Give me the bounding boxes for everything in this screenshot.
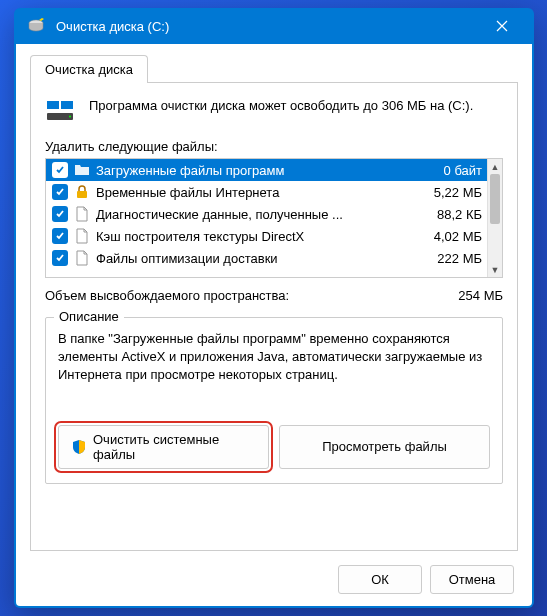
- file-size: 5,22 МБ: [422, 185, 482, 200]
- file-row[interactable]: Файлы оптимизации доставки222 МБ: [46, 247, 502, 269]
- description-text: В папке "Загруженные файлы программ" вре…: [58, 330, 490, 385]
- titlebar: Очистка диска (C:): [14, 8, 534, 44]
- checkbox[interactable]: [52, 162, 68, 178]
- shield-icon: [71, 439, 87, 455]
- description-title: Описание: [54, 309, 124, 324]
- svg-rect-2: [61, 101, 73, 109]
- dialog-content: Очистка диска Программа очистки диска мо…: [16, 44, 532, 606]
- svg-rect-1: [47, 101, 59, 109]
- svg-point-4: [69, 116, 71, 118]
- file-list: Загруженные файлы программ0 байтВременны…: [45, 158, 503, 278]
- tab-row: Очистка диска: [30, 54, 518, 83]
- file-row[interactable]: Временные файлы Интернета5,22 МБ: [46, 181, 502, 203]
- checkbox[interactable]: [52, 206, 68, 222]
- disk-cleanup-icon: [26, 16, 46, 36]
- description-buttons: Очистить системные файлы Просмотреть фай…: [58, 425, 490, 469]
- window-title: Очистка диска (C:): [56, 19, 482, 34]
- file-name: Временные файлы Интернета: [96, 185, 414, 200]
- file-name: Диагностические данные, полученные ...: [96, 207, 414, 222]
- scroll-up-icon[interactable]: ▲: [488, 159, 502, 174]
- scrollbar[interactable]: ▲ ▼: [487, 159, 502, 277]
- checkbox[interactable]: [52, 228, 68, 244]
- file-name: Загруженные файлы программ: [96, 163, 414, 178]
- file-type-icon: [74, 206, 90, 222]
- total-row: Объем высвобождаемого пространства: 254 …: [45, 288, 503, 303]
- file-size: 88,2 КБ: [422, 207, 482, 222]
- file-type-icon: [74, 162, 90, 178]
- file-type-icon: [74, 184, 90, 200]
- svg-rect-5: [77, 191, 87, 198]
- file-name: Кэш построителя текстуры DirectX: [96, 229, 414, 244]
- total-label: Объем высвобождаемого пространства:: [45, 288, 289, 303]
- clean-system-files-button[interactable]: Очистить системные файлы: [58, 425, 269, 469]
- drive-icon: [45, 99, 77, 123]
- checkbox[interactable]: [52, 250, 68, 266]
- scroll-down-icon[interactable]: ▼: [488, 262, 502, 277]
- checkbox[interactable]: [52, 184, 68, 200]
- file-row[interactable]: Диагностические данные, полученные ...88…: [46, 203, 502, 225]
- file-size: 0 байт: [422, 163, 482, 178]
- file-size: 222 МБ: [422, 251, 482, 266]
- scroll-thumb[interactable]: [490, 174, 500, 224]
- total-value: 254 МБ: [458, 288, 503, 303]
- file-name: Файлы оптимизации доставки: [96, 251, 414, 266]
- close-button[interactable]: [482, 10, 522, 42]
- clean-system-files-label: Очистить системные файлы: [93, 432, 256, 462]
- view-files-label: Просмотреть файлы: [322, 439, 447, 454]
- view-files-button[interactable]: Просмотреть файлы: [279, 425, 490, 469]
- tab-cleanup[interactable]: Очистка диска: [30, 55, 148, 83]
- file-type-icon: [74, 250, 90, 266]
- file-size: 4,02 МБ: [422, 229, 482, 244]
- cancel-button[interactable]: Отмена: [430, 565, 514, 594]
- file-row[interactable]: Загруженные файлы программ0 байт: [46, 159, 502, 181]
- ok-button[interactable]: ОК: [338, 565, 422, 594]
- dialog-footer: ОК Отмена: [30, 565, 518, 594]
- file-list-label: Удалить следующие файлы:: [45, 139, 503, 154]
- tab-panel: Программа очистки диска может освободить…: [30, 83, 518, 551]
- description-box: Описание В папке "Загруженные файлы прог…: [45, 317, 503, 484]
- file-type-icon: [74, 228, 90, 244]
- dialog-window: Очистка диска (C:) Очистка диска Програм…: [14, 8, 534, 608]
- info-text: Программа очистки диска может освободить…: [89, 97, 503, 115]
- file-row[interactable]: Кэш построителя текстуры DirectX4,02 МБ: [46, 225, 502, 247]
- info-row: Программа очистки диска может освободить…: [45, 97, 503, 123]
